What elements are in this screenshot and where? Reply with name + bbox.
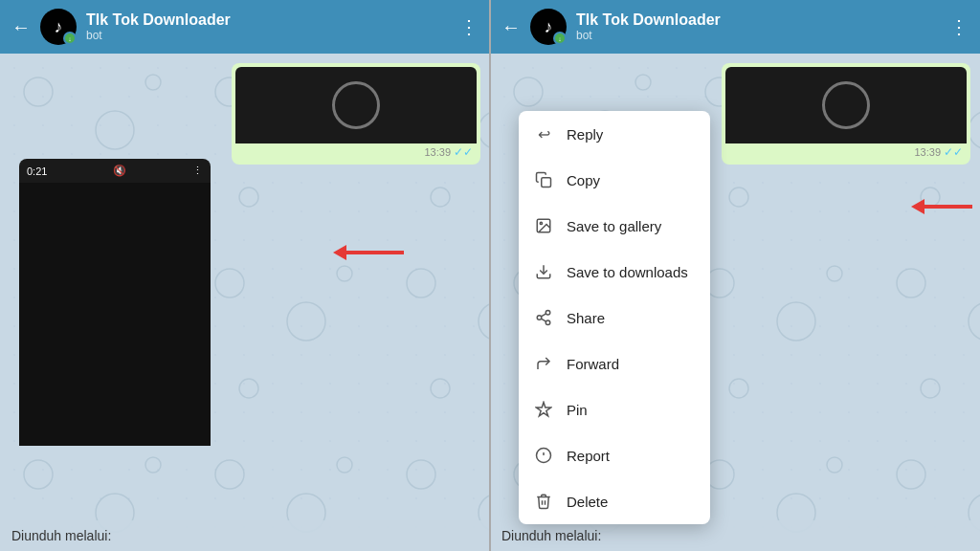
avatar [40,9,77,45]
report-label: Report [567,448,610,464]
save-downloads-icon [534,262,553,281]
message-area: 13:39 ✓✓ [10,63,480,165]
share-icon [534,308,553,327]
video-circle-right [822,81,870,129]
svg-line-8 [541,314,546,317]
save-downloads-label: Save to downloads [567,264,688,280]
right-video-bubble: 13:39 ✓✓ [722,63,970,165]
arrow-line-right [924,205,972,209]
menu-item-save-downloads[interactable]: Save to downloads [519,249,710,295]
svg-point-5 [537,316,542,320]
chat-background-right: 13:39 ✓✓ ↩ Reply Copy [490,54,980,551]
menu-item-reply[interactable]: ↩ Reply [519,111,710,157]
checkmark-right: ✓✓ [944,145,963,159]
save-gallery-label: Save to gallery [567,218,661,234]
arrow-line [346,251,404,254]
svg-rect-0 [542,178,551,187]
chat-header-right: ← Tlk Tok Downloader bot ⋮ [490,0,980,54]
left-panel: ← Tlk Tok Downloader bot ⋮ 13:39 ✓✓ [0,0,490,551]
video-bubble-right: 13:39 ✓✓ [722,63,970,165]
share-label: Share [567,310,605,326]
forward-icon [534,354,553,373]
forward-label: Forward [567,356,619,372]
svg-point-2 [540,222,542,224]
chat-background: 13:39 ✓✓ 0:21 🔇 ⋮ Diunduh melalui: [0,54,490,551]
video-player-message: 0:21 🔇 ⋮ [19,159,211,446]
reply-icon: ↩ [534,124,553,143]
video-content [19,183,211,446]
video-top-bar: 0:21 🔇 ⋮ [19,159,211,183]
svg-point-4 [546,311,550,316]
menu-item-copy[interactable]: Copy [519,157,710,203]
chat-subtitle-right: bot [576,29,940,42]
menu-item-forward[interactable]: Forward [519,341,710,386]
arrow-indicator-left [333,245,404,260]
chat-title: Tlk Tok Downloader [86,11,450,29]
menu-item-save-gallery[interactable]: Save to gallery [519,203,710,249]
avatar-right [530,9,567,45]
checkmark-icon: ✓✓ [454,145,473,159]
svg-point-6 [546,320,550,325]
bottom-text-left: Diunduh melalui: [0,520,490,551]
msg-time-right: 13:39 ✓✓ [725,143,967,161]
mute-icon: 🔇 [113,165,126,177]
delete-label: Delete [567,494,608,510]
copy-label: Copy [567,172,600,188]
back-button[interactable]: ← [11,16,31,38]
video-more-icon[interactable]: ⋮ [192,165,203,177]
header-info-right: Tlk Tok Downloader bot [576,11,940,42]
menu-item-delete[interactable]: Delete [519,478,710,524]
panel-divider [489,0,491,551]
bot-badge [63,32,77,45]
video-thumbnail [235,67,477,143]
arrow-indicator-right [911,199,972,214]
chat-title-right: Tlk Tok Downloader [576,11,940,29]
save-gallery-icon [534,216,553,235]
menu-item-pin[interactable]: Pin [519,386,710,432]
context-menu: ↩ Reply Copy [519,111,710,524]
bottom-text-right: Diunduh melalui: [490,520,980,551]
report-icon [534,446,553,465]
menu-item-report[interactable]: Report [519,432,710,478]
header-info: Tlk Tok Downloader bot [86,11,450,42]
chat-subtitle: bot [86,29,450,42]
more-button-right[interactable]: ⋮ [949,15,969,38]
menu-item-share[interactable]: Share [519,295,710,341]
right-panel: ← Tlk Tok Downloader bot ⋮ 13:39 ✓✓ [490,0,980,551]
pin-label: Pin [567,402,588,418]
bot-badge-right [553,32,567,45]
arrow-head-right [911,199,924,214]
arrow-head-icon [333,245,346,260]
copy-icon [534,170,553,189]
video-circle-icon [332,81,380,129]
more-button[interactable]: ⋮ [459,15,479,38]
chat-header: ← Tlk Tok Downloader bot ⋮ [0,0,490,54]
svg-line-7 [541,319,546,321]
reply-label: Reply [567,126,603,143]
video-time: 0:21 [27,165,47,177]
video-message-bubble: 13:39 ✓✓ [232,63,480,165]
message-time: 13:39 ✓✓ [235,143,477,161]
back-button-right[interactable]: ← [501,16,521,38]
pin-icon [534,400,553,419]
delete-icon [534,492,553,511]
video-thumb-right [725,67,967,143]
